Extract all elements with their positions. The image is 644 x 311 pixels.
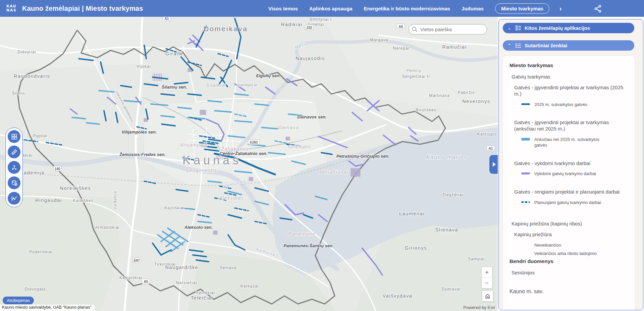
add-data-icon <box>11 180 17 186</box>
map-label: Karkazai <box>240 284 259 289</box>
map-label: Žiegždriai <box>442 192 463 197</box>
swatch-box <box>521 280 530 287</box>
map-label: Pypliai <box>33 134 47 138</box>
map-label: Dainavos sen. <box>297 114 326 119</box>
map-label: Aleksoto sen. <box>184 225 213 230</box>
legend-item-label: Neveikiančios <box>534 242 561 248</box>
nav-item-visos-temos[interactable]: Visos temos <box>268 6 298 11</box>
app: KAU NAS Kauno žemėlapiai | Miesto tvarky… <box>0 0 644 311</box>
map-canvas[interactable]: DomeikavaRadikiaiSmiltynai IGinėnaiMarga… <box>0 17 498 311</box>
road-shield: 140 <box>53 166 61 171</box>
map-toolbar <box>5 127 23 207</box>
map-label: Šilelis <box>12 91 25 96</box>
add-data-button[interactable] <box>8 176 20 189</box>
app-header: KAU NAS Kauno žemėlapiai | Miesto tvarky… <box>0 0 644 17</box>
swatch-box <box>521 242 530 248</box>
legend-tail-label: Kauno m. sav. <box>509 289 628 295</box>
map-label: Smiltynai I <box>310 17 332 22</box>
map-label: Centro-Žaliakalnio sen. <box>219 151 267 156</box>
swatch-box <box>521 101 530 107</box>
map-label: Panemunė <box>288 231 316 237</box>
share-icon[interactable] <box>594 4 602 13</box>
home-icon <box>485 293 491 299</box>
map-label: Narsiečiai <box>176 280 197 285</box>
chart-button[interactable] <box>8 192 20 205</box>
basemap-grid-icon <box>11 134 17 140</box>
legend-title: Miesto tvarkymas <box>509 62 628 68</box>
legend-group-label: Seniūnijos <box>512 270 628 275</box>
map-label: Pabiržis <box>458 90 475 95</box>
map-label: Sergelčikai II <box>402 74 430 79</box>
nav-item-aplinkos-apsauga[interactable]: Aplinkos apsauga <box>309 6 352 11</box>
legend-item: 2025 m. sutvarkytos gatvės <box>521 101 628 108</box>
legend-item-label: Veikiančios arba riboto laidojimo <box>534 250 597 257</box>
legend-title: Bendri duomenys <box>509 258 628 264</box>
other-apps-button[interactable]: ⌄ Kitos žemėlapių aplikacijos <box>503 23 634 33</box>
map-label: Ringaudai <box>35 198 62 203</box>
map-label: Girionys <box>405 245 427 251</box>
measure-ruler-icon <box>11 149 17 155</box>
map-label: Seniava <box>220 265 236 270</box>
map-label: Via Baltica <box>113 191 117 210</box>
legend-section-title: Gatvės - rengiami projektai ir planuojam… <box>514 189 628 195</box>
legend-item: Vykdomi gatvių tvarkymo darbai <box>521 170 628 177</box>
svg-text:A5: A5 <box>144 280 148 283</box>
swatch-line-progress <box>521 172 530 174</box>
map-label: Petrašiūnų-Gričiupio sen. <box>336 154 389 159</box>
nav-item-miesto-tvarkymas[interactable]: Miesto tvarkymas <box>495 3 549 14</box>
swatch-box <box>521 199 530 205</box>
page-title: Kauno žemėlapiai | Miesto tvarkymas <box>22 5 143 12</box>
kaunas-logo-icon[interactable]: KAU NAS <box>5 2 17 14</box>
feedback-button[interactable]: Atsiliepimas <box>3 297 34 304</box>
map-label: Šilainiai <box>206 82 226 88</box>
svg-text:E262: E262 <box>250 141 258 144</box>
panel-collapse-tab[interactable] <box>489 155 498 174</box>
spacer <box>509 150 628 160</box>
nav-more-chevron-icon[interactable]: › <box>559 5 562 12</box>
home-button[interactable] <box>482 291 493 302</box>
legend-list-icon <box>516 43 521 48</box>
spacer <box>509 207 628 221</box>
coordinates-button[interactable] <box>8 161 20 174</box>
spacer <box>509 109 628 119</box>
swatch-box <box>521 136 530 142</box>
legend-item-label: Anksčiau nei 2025 m. sutvarkytos gatvės <box>534 136 611 148</box>
legend-item: Veikiančios arba riboto laidojimo <box>521 250 628 257</box>
chevron-right-icon <box>493 162 496 167</box>
svg-text:E67: E67 <box>134 259 140 262</box>
other-apps-label: Kitos žemėlapių aplikacijos <box>525 25 590 31</box>
legend-item: Planuojami gatvių tvarkymo darbai <box>521 199 628 206</box>
swatch-line-earlier <box>521 138 530 141</box>
search-input[interactable] <box>409 24 487 35</box>
logo-line2: NAS <box>6 8 16 12</box>
svg-text:140: 140 <box>55 167 60 171</box>
legend-item <box>521 280 628 287</box>
map-label: Eigulių sen. <box>256 73 281 78</box>
map-label: Gričiupis <box>288 144 311 149</box>
map-label: Ramučiai <box>442 44 467 50</box>
measure-ruler-button[interactable] <box>8 146 20 158</box>
side-panel: ⌄ Kitos žemėlapių aplikacijos ⌃ Sutartin… <box>498 19 643 310</box>
zoom-out-button[interactable]: − <box>482 277 492 288</box>
nav-item-energetika-ir-b-sto-modernizavimas[interactable]: Energetika ir būsto modernizavimas <box>364 6 450 11</box>
zoom-controls: + − <box>481 267 492 289</box>
zoom-in-button[interactable]: + <box>482 267 492 277</box>
nav-item-judumas[interactable]: Judumas <box>462 6 484 11</box>
map-label: Didvyriai <box>17 50 36 54</box>
map-label: Margava <box>370 38 388 42</box>
map-label: Vijūkai <box>137 64 151 69</box>
swatch-box <box>521 250 530 256</box>
legend-group-label: Kapinių priežiūra (kapinių ribos) <box>512 221 628 226</box>
map-label: Dainava <box>278 124 299 130</box>
legend-button[interactable]: ⌃ Sutartiniai ženklai <box>503 40 634 51</box>
swatch-line-planned <box>521 201 530 203</box>
chart-icon <box>11 195 17 202</box>
basemap-grid-button[interactable] <box>8 130 20 143</box>
legend-item-label: Vykdomi gatvių tvarkymo darbai <box>534 170 596 177</box>
map-label: Poderiškiai <box>29 250 53 254</box>
legend-section-title: Gatvės - vykdomi tvarkymo darbai <box>514 160 628 167</box>
map-label: Samylai <box>468 257 485 261</box>
legend-item-label: 2025 m. sutvarkytos gatvės <box>534 101 587 108</box>
map-label: Martinava <box>429 93 450 98</box>
map-label: Vilijampolė <box>180 142 208 148</box>
